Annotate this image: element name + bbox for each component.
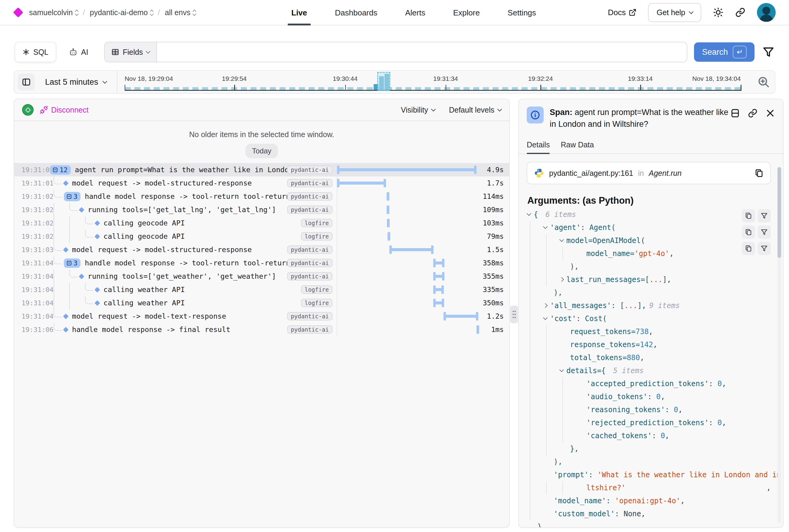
trace-row[interactable]: 19:31:04calling weather APIlogfire350ms: [14, 296, 509, 309]
fields-dropdown-button[interactable]: Fields: [105, 42, 157, 62]
tab-settings[interactable]: Settings: [508, 0, 536, 25]
tag-badge[interactable]: pydantic-ai: [287, 245, 332, 254]
indent-guide: [530, 481, 543, 494]
get-help-button[interactable]: Get help: [648, 3, 701, 22]
filter-funnel-icon[interactable]: [763, 46, 774, 58]
collapse-badge[interactable]: 3: [64, 259, 80, 268]
tag-badge[interactable]: logfire: [301, 232, 332, 241]
tag-badge[interactable]: pydantic-ai: [287, 259, 332, 267]
trace-row[interactable]: 19:31:023handle model response -> tool-r…: [14, 190, 509, 203]
tree-connector: [85, 230, 94, 238]
trace-row[interactable]: 19:31:04running tools=['get_weather', 'g…: [14, 270, 509, 283]
copy-link-icon[interactable]: [748, 108, 757, 118]
tag-badge[interactable]: logfire: [301, 299, 332, 307]
search-button[interactable]: Search ↵: [694, 42, 754, 62]
breadcrumb-org[interactable]: samuelcolvin: [29, 8, 78, 17]
tag-badge[interactable]: pydantic-ai: [287, 179, 332, 187]
source-location-card[interactable]: pydantic_ai/agent.py:161 in Agent.run: [527, 162, 771, 184]
time-range-selector[interactable]: Last 5 minutes: [35, 77, 117, 87]
visibility-dropdown[interactable]: Visibility: [401, 106, 435, 114]
chevron-updown-icon: [75, 10, 78, 15]
timeline-selection[interactable]: [377, 72, 390, 91]
collapse-chevron-icon[interactable]: [543, 224, 548, 229]
minus-square-icon: [53, 168, 57, 172]
search-input[interactable]: [157, 42, 687, 62]
row-tree: model request -> model-text-response: [50, 309, 291, 323]
collapse-chevron-icon[interactable]: [559, 277, 564, 282]
trace-row[interactable]: 19:31:043handle model response -> tool-r…: [14, 256, 509, 270]
panel-resize-handle[interactable]: [510, 306, 518, 323]
filter-funnel-icon[interactable]: [757, 225, 771, 239]
breadcrumb-project[interactable]: pydantic-ai-demo: [90, 8, 153, 17]
indent-guide: [530, 299, 543, 312]
tab-explore[interactable]: Explore: [453, 0, 480, 25]
sql-mode-button[interactable]: SQL: [15, 42, 56, 62]
collapse-chevron-icon[interactable]: [559, 367, 564, 372]
tag-badge[interactable]: logfire: [301, 219, 332, 227]
collapse-chevron-icon[interactable]: [527, 211, 532, 216]
tab-live[interactable]: Live: [291, 0, 307, 25]
code-token: 'accepted_prediction_tokens': [586, 379, 709, 388]
tab-alerts[interactable]: Alerts: [405, 0, 425, 25]
sidebar-toggle-button[interactable]: [18, 74, 35, 91]
tag-badge[interactable]: logfire: [301, 285, 332, 294]
trace-row[interactable]: 19:31:0112agent run prompt=What is the w…: [14, 163, 509, 176]
timeline-tick: [640, 85, 641, 91]
detail-scrollbar[interactable]: [777, 167, 781, 523]
collapse-chevron-icon[interactable]: [543, 303, 548, 308]
timeline-tick-label: 19:29:54: [222, 75, 247, 82]
code-token: ,: [722, 419, 726, 427]
share-link-button[interactable]: [735, 7, 746, 18]
filter-funnel-icon[interactable]: [757, 209, 771, 223]
copy-icon[interactable]: [742, 209, 755, 223]
collapse-badge[interactable]: 12: [50, 165, 71, 175]
trace-row[interactable]: 19:31:02running tools=['get_lat_lng', 'g…: [14, 203, 509, 216]
trace-row[interactable]: 19:31:04calling weather APIlogfire335ms: [14, 283, 509, 296]
tag-badge[interactable]: pydantic-ai: [287, 206, 332, 214]
theme-toggle-button[interactable]: [713, 7, 724, 18]
tag-badge[interactable]: pydantic-ai: [287, 272, 332, 281]
scrollbar-thumb[interactable]: [777, 167, 781, 258]
tag-badge[interactable]: pydantic-ai: [287, 312, 332, 321]
trace-row[interactable]: 19:31:01model request -> model-structure…: [14, 176, 509, 190]
tab-raw-data[interactable]: Raw Data: [561, 140, 594, 153]
tab-details[interactable]: Details: [527, 140, 550, 153]
tag-badge[interactable]: pydantic-ai: [287, 192, 332, 201]
chevron-spacer: [576, 382, 583, 385]
tab-dashboards[interactable]: Dashboards: [335, 0, 377, 25]
close-icon[interactable]: [765, 108, 775, 118]
trace-row[interactable]: 19:31:03model request -> model-structure…: [14, 243, 509, 256]
span-diamond-icon: [63, 247, 69, 252]
copy-icon[interactable]: [742, 242, 755, 255]
user-avatar[interactable]: [757, 3, 776, 22]
collapse-chevron-icon[interactable]: [543, 315, 548, 320]
default-levels-dropdown[interactable]: Default levels: [449, 106, 501, 114]
row-timestamp: 19:31:02: [14, 193, 50, 200]
span-title-text: agent run prompt=What is the weather lik…: [550, 108, 729, 129]
trace-row[interactable]: 19:31:06handle model response -> final r…: [14, 323, 509, 336]
today-button[interactable]: Today: [245, 144, 278, 158]
trace-row[interactable]: 19:31:02calling geocode APIlogfire79ms: [14, 230, 509, 243]
code-token: 880: [627, 354, 640, 362]
panel-layout-icon[interactable]: [730, 108, 740, 118]
ai-mode-button[interactable]: AI: [62, 42, 96, 62]
tag-badge[interactable]: pydantic-ai: [287, 166, 332, 174]
filter-funnel-icon[interactable]: [757, 242, 771, 255]
collapse-chevron-icon[interactable]: [559, 237, 564, 242]
timeline-tick-label: 19:30:44: [333, 75, 358, 82]
python-icon: [534, 168, 544, 178]
code-token: total_tokens=: [570, 354, 627, 362]
timeline-axis[interactable]: Nov 18, 19:29:0419:29:5419:30:4419:31:34…: [122, 71, 747, 93]
collapse-badge[interactable]: 3: [64, 192, 80, 201]
copy-icon[interactable]: [754, 169, 764, 178]
breadcrumb-env[interactable]: all envs: [165, 8, 196, 17]
copy-icon[interactable]: [742, 225, 755, 239]
docs-link[interactable]: Docs: [608, 8, 636, 17]
disconnect-button[interactable]: Disconnect: [40, 106, 89, 114]
tag-badge[interactable]: pydantic-ai: [287, 325, 332, 334]
trace-row[interactable]: 19:31:04model request -> model-text-resp…: [14, 309, 509, 323]
zoom-in-icon[interactable]: [757, 76, 770, 88]
search-label: Search: [702, 48, 728, 57]
code-token: 'rejected_prediction_tokens': [586, 419, 709, 427]
trace-row[interactable]: 19:31:02calling geocode APIlogfire103ms: [14, 216, 509, 230]
